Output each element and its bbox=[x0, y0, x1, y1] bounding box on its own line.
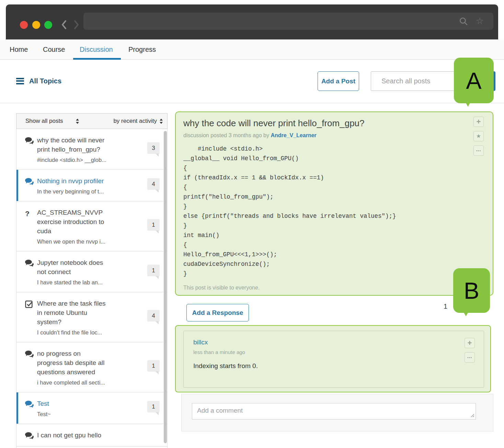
site-nav: Home Course Discussion Progress bbox=[0, 39, 504, 60]
browser-chrome: ☆ bbox=[6, 4, 498, 39]
upvote-plus-button[interactable]: + bbox=[465, 338, 475, 348]
comment-panel bbox=[181, 394, 493, 432]
window-close-button[interactable] bbox=[20, 21, 28, 29]
post-title: AC_STREAMS_NVVP exercise introduction to… bbox=[37, 208, 106, 236]
tab-home[interactable]: Home bbox=[10, 39, 28, 59]
back-icon[interactable] bbox=[61, 20, 67, 31]
post-preview: Test~ bbox=[37, 411, 116, 417]
response-timestamp: less than a minute ago bbox=[193, 349, 460, 355]
post-title: why the code will never print hello_from… bbox=[37, 136, 106, 154]
post-meta: discussion posted 3 months ago by Andre_… bbox=[183, 132, 469, 139]
active-tab-indicator bbox=[73, 58, 121, 60]
post-detail-card: why the code will never print hello_from… bbox=[175, 111, 493, 296]
response-card: billcx less than a minute ago Indexing s… bbox=[183, 331, 484, 388]
list-item[interactable]: Where are the task files in remote Ubunt… bbox=[16, 292, 167, 342]
post-title: Jupyter notebook does not connect bbox=[37, 258, 106, 277]
sort-arrows-icon bbox=[159, 119, 163, 124]
reply-count-badge: 4 bbox=[147, 178, 160, 190]
post-visibility-note: This post is visible to everyone. bbox=[183, 285, 260, 291]
callout-label-b: B bbox=[453, 268, 490, 313]
responses-count: 1 bbox=[444, 303, 447, 310]
discussion-icon bbox=[25, 432, 34, 441]
sidebar-scrollbar[interactable] bbox=[164, 131, 167, 443]
discussion-icon bbox=[25, 178, 34, 187]
list-item[interactable]: ? AC_STREAMS_NVVP exercise introduction … bbox=[16, 201, 167, 251]
bookmark-star-icon[interactable]: ☆ bbox=[476, 15, 484, 26]
follow-star-button[interactable]: ★ bbox=[473, 131, 484, 141]
post-title: no progress on progress tab despite all … bbox=[37, 349, 106, 377]
post-preview: I have started the lab an... bbox=[37, 279, 116, 286]
reply-count-badge: 3 bbox=[147, 142, 160, 154]
list-item[interactable]: Nothing in nvvp profiler In the very beg… bbox=[16, 170, 167, 201]
window-maximize-button[interactable] bbox=[44, 21, 52, 29]
hamburger-icon bbox=[16, 76, 24, 85]
callout-label-a: A bbox=[454, 58, 494, 103]
post-preview: I couldn't find the file loc... bbox=[37, 329, 116, 336]
upvote-plus-button[interactable]: + bbox=[473, 117, 484, 127]
list-item[interactable]: no progress on progress tab despite all … bbox=[16, 342, 167, 392]
filter-label: Show all posts bbox=[25, 118, 63, 125]
more-actions-button[interactable]: ••• bbox=[473, 145, 484, 156]
reply-count-badge: 1 bbox=[147, 219, 160, 231]
window-minimize-button[interactable] bbox=[32, 21, 40, 29]
sort-label: by recent activity bbox=[113, 118, 157, 125]
post-detail-title: why the code will never print hello_from… bbox=[183, 118, 469, 129]
post-preview: In the very beginning of t... bbox=[37, 188, 116, 195]
filter-dropdown[interactable]: Show all posts bbox=[25, 118, 79, 125]
all-topics-button[interactable]: All Topics bbox=[16, 76, 61, 85]
post-meta-prefix: discussion posted 3 months ago by bbox=[183, 132, 269, 138]
post-preview: i have completed all secti... bbox=[37, 379, 116, 386]
post-preview: When we open the nvvp i... bbox=[37, 238, 116, 245]
tab-discussion[interactable]: Discussion bbox=[80, 39, 113, 59]
more-actions-button[interactable]: ••• bbox=[465, 352, 475, 363]
discussion-icon bbox=[25, 260, 34, 268]
reply-count-badge: 1 bbox=[147, 360, 160, 372]
post-title: Nothing in nvvp profiler bbox=[37, 177, 106, 186]
post-author-link[interactable]: Andre_V_Learner bbox=[271, 132, 316, 138]
discussion-icon bbox=[25, 351, 34, 359]
post-list-sidebar: Show all posts by recent activity why th… bbox=[16, 113, 168, 448]
post-title: Where are the task files in remote Ubunt… bbox=[37, 299, 106, 327]
forward-icon[interactable] bbox=[74, 20, 80, 31]
sort-dropdown[interactable]: by recent activity bbox=[113, 118, 163, 125]
all-topics-label: All Topics bbox=[29, 77, 61, 85]
list-item[interactable]: why the code will never print hello_from… bbox=[16, 129, 167, 170]
discussion-icon bbox=[25, 401, 34, 409]
post-preview: #include <stdio.h> __glob... bbox=[37, 157, 116, 163]
list-item[interactable]: Jupyter notebook does not connect I have… bbox=[16, 251, 167, 292]
address-bar[interactable]: ☆ bbox=[83, 13, 493, 30]
tab-progress[interactable]: Progress bbox=[128, 39, 156, 59]
post-title: Test bbox=[37, 399, 106, 409]
question-icon: ? bbox=[25, 210, 30, 218]
sort-arrows-icon bbox=[76, 119, 79, 124]
response-highlight-region: billcx less than a minute ago Indexing s… bbox=[175, 325, 491, 392]
post-title: I can not get gpu hello bbox=[37, 431, 106, 440]
post-list-filterbar: Show all posts by recent activity bbox=[16, 113, 168, 129]
reply-count-badge: 1 bbox=[147, 401, 160, 413]
response-author-link[interactable]: billcx bbox=[193, 339, 460, 346]
tab-course[interactable]: Course bbox=[43, 39, 65, 59]
comment-input-wrap bbox=[192, 403, 476, 420]
list-item[interactable]: Test Test~ 1 bbox=[16, 392, 167, 424]
reply-count-badge: 1 bbox=[147, 264, 160, 276]
list-item[interactable]: I can not get gpu hello bbox=[16, 424, 167, 447]
discussion-icon bbox=[25, 137, 34, 146]
answered-question-icon bbox=[25, 300, 33, 310]
add-response-button[interactable]: Add a Response bbox=[186, 304, 249, 321]
add-post-button[interactable]: Add a Post bbox=[318, 71, 359, 91]
post-list: why the code will never print hello_from… bbox=[16, 129, 168, 448]
post-actions: + ★ ••• bbox=[473, 117, 484, 156]
post-code-block: #include <stdio.h> __global__ void Hello… bbox=[183, 144, 469, 279]
response-body: Indexing starts from 0. bbox=[193, 362, 460, 370]
section-divider bbox=[0, 103, 504, 103]
reply-count-badge: 4 bbox=[147, 310, 160, 322]
search-icon[interactable] bbox=[459, 17, 468, 27]
discussion-page: ☆ Home Course Discussion Progress All To… bbox=[0, 0, 504, 448]
add-comment-input[interactable] bbox=[192, 403, 476, 420]
response-actions: + ••• bbox=[465, 338, 475, 363]
